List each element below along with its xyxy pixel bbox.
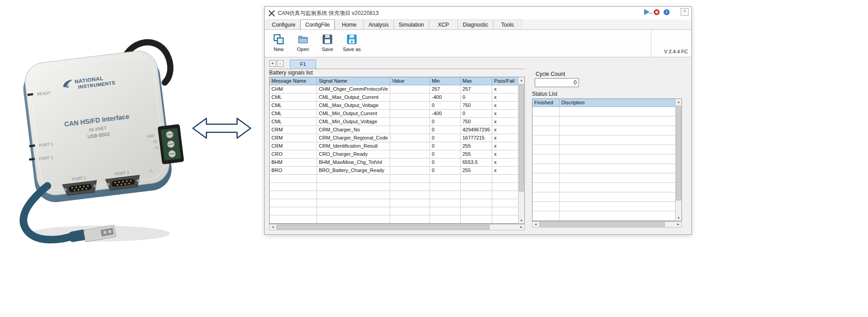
save-as-label: Save as	[343, 47, 361, 52]
collapse-ribbon-button[interactable]: ^	[681, 8, 689, 16]
scrollbar-thumb[interactable]	[276, 225, 490, 229]
save-button[interactable]: Save	[317, 32, 338, 52]
menu-tab-configfile[interactable]: ConfigFile	[300, 19, 335, 29]
signal-row[interactable]: CMLCML_Min_Output_Voltage0750x	[270, 118, 519, 126]
doc-tab-f1[interactable]: F1	[290, 60, 316, 69]
status-column-header[interactable]: Finished	[532, 99, 560, 107]
status-row[interactable]	[532, 117, 676, 126]
status-cell	[532, 107, 560, 117]
titlebar: CAN仿真与监测系统 快充项目 v20220813 – □ ✕	[265, 7, 691, 19]
signal-cell	[492, 175, 518, 183]
status-row[interactable]	[532, 135, 676, 145]
signal-row[interactable]: BROBRO_Battery_Charge_Ready0255x	[270, 167, 519, 175]
signal-row[interactable]	[270, 215, 519, 224]
scrollbar-thumb[interactable]	[676, 106, 681, 200]
scroll-right-button[interactable]: ►	[675, 222, 681, 227]
scrollbar-track[interactable]	[676, 105, 681, 215]
signals-panel-title: Battery signals list	[269, 70, 313, 76]
signals-column-header[interactable]: Min	[430, 77, 461, 85]
window-title: CAN仿真与监测系统 快充项目 v20220813	[278, 9, 378, 17]
status-row[interactable]	[532, 202, 676, 211]
status-vertical-scrollbar[interactable]: ▲ ▼	[675, 99, 681, 221]
scroll-down-button[interactable]: ▼	[676, 215, 681, 221]
signals-column-header[interactable]: Message Name	[270, 77, 317, 85]
signal-cell: CML_Min_Output_Voltage	[317, 118, 390, 126]
menu-tab-xcp[interactable]: XCP	[429, 19, 458, 29]
status-row[interactable]	[532, 211, 676, 221]
status-column-header[interactable]: Discription	[560, 99, 676, 107]
signals-vertical-scrollbar[interactable]: ▲ ▼	[518, 77, 524, 224]
stop-record-icon[interactable]	[653, 9, 660, 15]
signal-row[interactable]	[270, 183, 519, 191]
signal-row[interactable]: BHMBHM_MaxAllow_Chg_TotVol06553.5x	[270, 158, 519, 167]
signal-row[interactable]	[270, 175, 519, 183]
scrollbar-thumb[interactable]	[539, 222, 665, 227]
warning-icon: ⚠	[149, 168, 154, 173]
scroll-up-button[interactable]: ▲	[676, 99, 681, 105]
scroll-left-button[interactable]: ◄	[532, 222, 539, 227]
scrollbar-thumb[interactable]	[519, 84, 524, 191]
menu-tab-analysis[interactable]: Analysis	[364, 19, 394, 29]
signals-horizontal-scrollbar[interactable]: ◄ ►	[269, 224, 525, 230]
signal-cell	[390, 150, 430, 158]
scrollbar-track[interactable]	[276, 224, 518, 230]
signal-cell: BHM_MaxAllow_Chg_TotVol	[317, 158, 390, 167]
menu-tab-simulation[interactable]: Simulation	[394, 19, 429, 29]
signal-row[interactable]: CRMCRM_Identification_Result0255x	[270, 142, 519, 150]
doc-tab-bar: F1	[285, 60, 316, 69]
file-tool-group: New Open Save	[268, 32, 362, 52]
status-row[interactable]	[532, 173, 676, 183]
menu-tab-tools[interactable]: Tools	[493, 19, 522, 29]
signals-table-body: CHMCHM_Chger_CommProtocolVe257257xCMLCML…	[270, 85, 519, 224]
signal-row[interactable]: CRMCRM_Charger_No04294967295x	[270, 126, 519, 134]
signal-row[interactable]	[270, 191, 519, 199]
open-button[interactable]: Open	[293, 32, 313, 52]
status-cell	[560, 192, 676, 202]
remove-tab-button[interactable]: -	[277, 60, 284, 67]
status-row[interactable]	[532, 126, 676, 135]
menu-tab-home[interactable]: Home	[335, 19, 364, 29]
status-row[interactable]	[532, 154, 676, 164]
signal-cell	[492, 183, 518, 191]
signal-row[interactable]: CROCRO_Charger_Ready0255x	[270, 150, 519, 158]
signal-row[interactable]: CMLCML_Max_Output_Voltage0750x	[270, 102, 519, 110]
signal-cell	[461, 215, 492, 224]
scroll-up-button[interactable]: ▲	[518, 77, 524, 83]
status-cell	[560, 135, 676, 145]
signal-cell	[492, 199, 518, 207]
signal-row[interactable]: CHMCHM_Chger_CommProtocolVe257257x	[270, 85, 519, 93]
menu-tab-configure[interactable]: Configure	[267, 19, 300, 29]
info-icon[interactable]: i	[663, 9, 670, 15]
status-row[interactable]	[532, 183, 676, 192]
signals-column-header[interactable]: Signal Name	[317, 77, 390, 85]
scroll-right-button[interactable]: ►	[518, 224, 524, 230]
save-as-button[interactable]: Save as	[341, 32, 362, 52]
signal-row[interactable]	[270, 199, 519, 207]
t0-label: T0	[153, 140, 158, 144]
signal-cell: -400	[430, 110, 461, 118]
scrollbar-track[interactable]	[518, 83, 524, 218]
signals-column-header[interactable]: Value	[390, 77, 430, 85]
new-button[interactable]: New	[268, 32, 289, 52]
status-row[interactable]	[532, 145, 676, 154]
scroll-down-button[interactable]: ▼	[518, 218, 524, 224]
status-row[interactable]	[532, 164, 676, 173]
signal-row[interactable]: CRMCRM_Charger_Regional_Code016777215x	[270, 134, 519, 142]
signals-column-header[interactable]: Pass/Fail	[492, 77, 518, 85]
status-row[interactable]	[532, 107, 676, 117]
add-tab-button[interactable]: +	[269, 60, 276, 67]
signal-row[interactable]: CMLCML_Max_Output_Current-4000x	[270, 93, 519, 102]
cycle-count-input[interactable]	[535, 78, 579, 87]
signal-row[interactable]: CMLCML_Min_Output_Current-4000x	[270, 110, 519, 118]
scrollbar-track[interactable]	[539, 222, 675, 227]
signal-cell: 0	[430, 134, 461, 142]
scroll-left-button[interactable]: ◄	[270, 224, 276, 230]
status-horizontal-scrollbar[interactable]: ◄ ►	[532, 221, 682, 228]
signal-row[interactable]	[270, 207, 519, 215]
signal-cell: BRO_Battery_Charge_Ready	[317, 167, 390, 175]
status-row[interactable]	[532, 192, 676, 202]
menu-tab-diagnostic[interactable]: Diagnostic	[458, 19, 493, 29]
signals-column-header[interactable]: Max	[461, 77, 492, 85]
open-icon	[297, 33, 309, 45]
run-icon[interactable]	[643, 9, 650, 15]
